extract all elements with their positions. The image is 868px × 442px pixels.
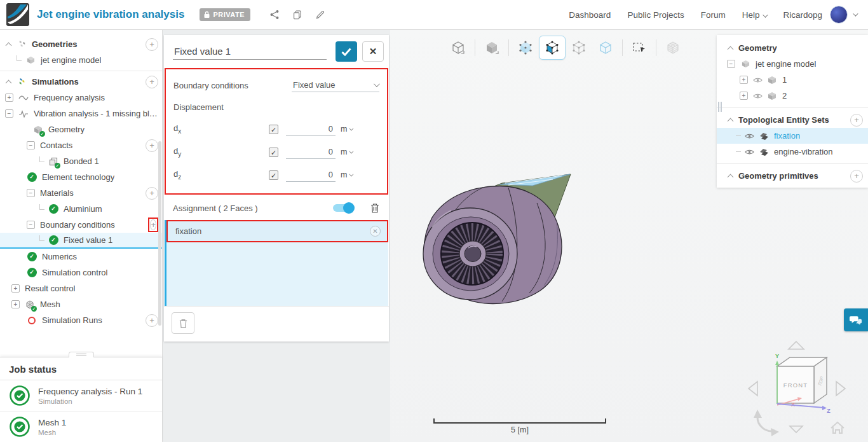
job-status-item-frequency-run[interactable]: Frequency analysis - Run 1 Simulation (0, 380, 162, 411)
view-cube[interactable]: FRONT TOP (777, 357, 827, 403)
dz-unit-select[interactable]: m (341, 170, 352, 179)
dy-value-input[interactable] (286, 145, 336, 159)
sidebar-item-mesh[interactable]: + ✓ Mesh (0, 296, 162, 312)
edit-icon[interactable] (314, 8, 327, 21)
tree-item-part-1[interactable]: + 1 (717, 72, 868, 88)
trash-icon[interactable] (370, 202, 380, 214)
viewport-3d[interactable]: 5 [m] FRONT TOP (390, 30, 868, 442)
sidebar-item-geometries[interactable]: Geometries + (0, 36, 162, 52)
nav-dashboard[interactable]: Dashboard (569, 10, 611, 20)
collapse-icon[interactable]: − (727, 60, 735, 68)
collapse-icon[interactable]: − (27, 141, 35, 149)
collapse-icon[interactable]: − (27, 221, 35, 229)
mesh-display-icon[interactable] (660, 36, 686, 60)
visibility-eye-icon[interactable] (745, 149, 754, 155)
sidebar-item-numerics[interactable]: ✓ Numerics (0, 249, 162, 265)
sidebar-item-simulation-control[interactable]: ✓ Simulation control (0, 265, 162, 280)
collapse-caret-icon[interactable] (728, 118, 734, 124)
sidebar-item-jet-engine-model[interactable]: jet engine model (0, 52, 162, 68)
chat-support-button[interactable] (844, 308, 868, 331)
visibility-eye-icon[interactable] (753, 77, 763, 83)
geometry-primitives-header[interactable]: Geometry primitives + (717, 168, 868, 184)
nav-help[interactable]: Help (742, 10, 767, 20)
sidebar-item-simulations[interactable]: Simulations + (0, 74, 162, 90)
app-logo[interactable] (6, 3, 29, 26)
remove-assignment-icon[interactable]: ✕ (370, 226, 381, 237)
add-entity-set-button[interactable]: + (850, 114, 863, 127)
job-status-item-mesh[interactable]: Mesh 1 Mesh (0, 411, 162, 442)
vertex-select-icon[interactable] (512, 36, 539, 60)
assignment-toggle[interactable] (333, 204, 352, 212)
sidebar-item-geometry[interactable]: ✓ Geometry (0, 121, 162, 137)
duplicate-icon[interactable] (291, 8, 304, 21)
collapse-icon[interactable]: − (5, 109, 13, 118)
geometry-section-header[interactable]: Geometry (717, 40, 868, 56)
sidebar-item-simulation-runs[interactable]: Simulation Runs + (0, 312, 162, 328)
avatar-chevron-down-icon[interactable] (853, 11, 858, 16)
add-simulation-button[interactable]: + (146, 76, 158, 88)
avatar[interactable] (830, 6, 848, 24)
entity-set-fixation[interactable]: fixation (717, 128, 868, 144)
bc-name-input[interactable] (173, 43, 327, 60)
nav-forum[interactable]: Forum (701, 10, 726, 20)
panel-drag-handle[interactable] (718, 102, 722, 112)
rotate-down-button[interactable] (790, 426, 803, 432)
visibility-eye-icon[interactable] (745, 133, 754, 139)
expand-icon[interactable]: + (5, 93, 13, 102)
apply-button[interactable] (336, 41, 357, 62)
entity-set-engine-vibration[interactable]: engine-vibration (717, 144, 868, 160)
add-boundary-condition-button[interactable]: + (150, 219, 156, 230)
visibility-eye-icon[interactable] (753, 93, 763, 99)
isometric-view-icon[interactable] (445, 36, 471, 60)
nav-username[interactable]: Ricardopg (783, 10, 822, 20)
sidebar-item-element-technology[interactable]: ✓ Element technology (0, 169, 162, 185)
add-geometry-button[interactable]: + (146, 38, 158, 51)
dz-checkbox[interactable]: ✓ (269, 170, 278, 180)
sidebar-item-boundary-conditions[interactable]: − Boundary conditions + (0, 217, 162, 233)
collapse-caret-icon[interactable] (728, 174, 734, 180)
nav-public-projects[interactable]: Public Projects (627, 10, 684, 20)
tree-item-part-2[interactable]: + 2 (717, 88, 868, 104)
sidebar-item-bonded-1[interactable]: ✓ Bonded 1 (0, 153, 162, 169)
collapse-caret-icon[interactable] (6, 42, 12, 48)
home-view-button[interactable] (831, 422, 844, 433)
sidebar-item-fixed-value-1[interactable]: ✓ Fixed value 1 (0, 233, 162, 249)
assignment-item-fixation[interactable]: fixation ✕ (166, 220, 388, 242)
sidebar-item-vibration-analysis[interactable]: − Vibration analysis - 1 missing bla... (0, 106, 162, 121)
dy-checkbox[interactable]: ✓ (269, 148, 278, 157)
bc-type-select[interactable]: Fixed value (292, 78, 379, 92)
expand-icon[interactable]: + (740, 92, 748, 100)
add-geometry-primitive-button[interactable]: + (850, 170, 863, 183)
add-material-button[interactable]: + (146, 187, 158, 200)
rotate-up-button[interactable] (789, 342, 804, 349)
edge-select-icon[interactable] (566, 36, 592, 60)
collapse-caret-icon[interactable] (6, 79, 12, 86)
panel-resize-handle[interactable] (69, 352, 94, 357)
jet-engine-model[interactable] (407, 157, 597, 316)
dz-value-input[interactable] (286, 168, 336, 182)
tree-item-jet-engine-model[interactable]: − jet engine model (717, 56, 868, 72)
collapse-icon[interactable]: − (27, 189, 35, 197)
sidebar-item-frequency-analysis[interactable]: + Frequency analysis (0, 90, 162, 106)
box-select-icon[interactable] (626, 36, 653, 60)
expand-icon[interactable]: + (11, 300, 20, 308)
delete-bc-button[interactable] (172, 312, 194, 334)
sidebar-item-contacts[interactable]: − Contacts + (0, 137, 162, 153)
body-select-icon[interactable] (592, 36, 619, 60)
topological-entity-sets-header[interactable]: Topological Entity Sets + (717, 112, 868, 128)
dx-unit-select[interactable]: m (341, 125, 352, 134)
dx-checkbox[interactable]: ✓ (269, 125, 278, 134)
dy-unit-select[interactable]: m (341, 148, 352, 156)
rotate-right-button[interactable] (836, 382, 845, 396)
rotate-left-button[interactable] (749, 382, 757, 396)
cancel-button[interactable]: ✕ (362, 41, 384, 62)
solid-view-icon[interactable] (478, 36, 505, 60)
assignment-empty-area[interactable] (166, 242, 388, 306)
dx-value-input[interactable] (286, 122, 336, 136)
free-rotate-button[interactable] (754, 410, 779, 436)
sidebar-item-aluminium[interactable]: ✓ Aluminium (0, 201, 162, 217)
add-contact-button[interactable]: + (146, 139, 158, 152)
share-icon[interactable] (268, 8, 281, 21)
expand-icon[interactable]: + (740, 76, 748, 84)
sidebar-item-result-control[interactable]: + Result control (0, 280, 162, 296)
